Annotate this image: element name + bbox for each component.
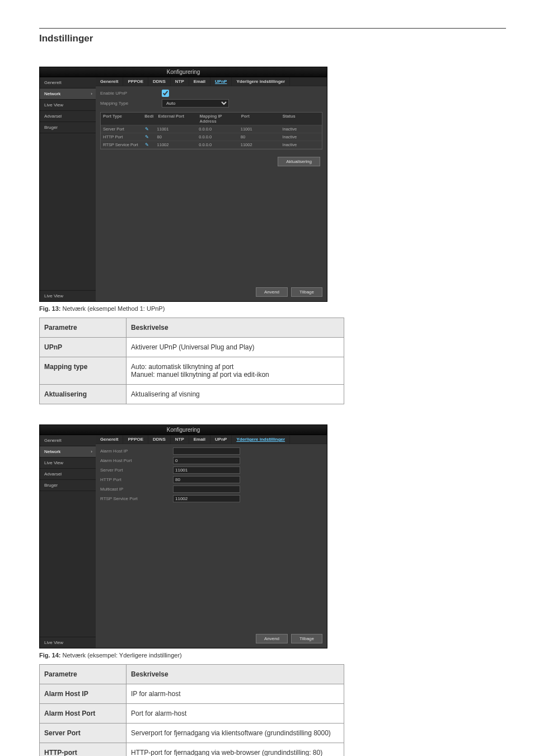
page-title: Indstillinger <box>39 33 506 44</box>
table-row: Server Port ✎ 11001 0.0.0.0 11001 Inacti… <box>101 125 322 133</box>
refresh-button[interactable]: Aktualisering <box>278 157 320 166</box>
sidebar-item-liveview[interactable]: Live View <box>40 100 96 111</box>
table-row: RTSP Service Port ✎ 11002 0.0.0.0 11002 … <box>101 141 322 149</box>
tab-bar: Generelt PPPOE DDNS NTP Email UPnP Yderl… <box>96 77 327 86</box>
server-port-label: Server Port <box>100 468 173 473</box>
alarm-host-port-input[interactable] <box>173 457 240 464</box>
th-status: Status <box>280 113 322 125</box>
apply-button[interactable]: Anvend <box>256 634 288 643</box>
edit-icon[interactable]: ✎ <box>143 125 155 133</box>
rtsp-port-label: RTSP Service Port <box>100 496 173 501</box>
tab-generelt[interactable]: Generelt <box>96 435 123 444</box>
sidebar: Generelt Network Live View Advarsel Brug… <box>40 77 96 301</box>
tab-more[interactable]: Yderligere indstillinger <box>232 77 290 86</box>
port-table: Port Type Bedi External Port Mapping IP … <box>100 112 322 150</box>
http-port-label: HTTP Port <box>100 477 173 482</box>
table-row: HTTP Port ✎ 80 0.0.0.0 80 Inactive <box>101 133 322 141</box>
tab-generelt[interactable]: Generelt <box>96 77 123 86</box>
rtsp-port-input[interactable] <box>173 495 240 502</box>
th-desc: Beskrivelse <box>127 665 344 684</box>
main-panel: Generelt PPPOE DDNS NTP Email UPnP Yderl… <box>96 77 327 301</box>
multicast-ip-label: Multicast IP <box>100 487 173 492</box>
edit-icon[interactable]: ✎ <box>143 141 155 148</box>
mapping-type-label: Mapping Type <box>100 101 162 106</box>
th-edit: Bedi <box>142 113 156 125</box>
th-param: Parametre <box>40 318 127 338</box>
th-port-type: Port Type <box>101 113 142 125</box>
edit-icon[interactable]: ✎ <box>143 133 155 141</box>
tab-email[interactable]: Email <box>189 435 210 444</box>
sidebar-item-network[interactable]: Network <box>40 446 96 458</box>
th-map-ip: Mapping IP Address <box>198 113 239 125</box>
alarm-host-ip-label: Alarm Host IP <box>100 449 173 454</box>
more-param-table: ParametreBeskrivelse Alarm Host IPIP for… <box>39 664 344 756</box>
more-screenshot: Konfigurering Generelt Network Live View… <box>39 424 327 648</box>
main-panel: Generelt PPPOE DDNS NTP Email UPnP Yderl… <box>96 435 327 648</box>
tab-bar: Generelt PPPOE DDNS NTP Email UPnP Yderl… <box>96 435 327 444</box>
sidebar: Generelt Network Live View Advarsel Brug… <box>40 435 96 648</box>
sidebar-item-advarsel[interactable]: Advarsel <box>40 111 96 122</box>
back-button[interactable]: Tilbage <box>291 287 322 297</box>
sidebar-item-liveview[interactable]: Live View <box>40 458 96 469</box>
multicast-ip-input[interactable] <box>173 486 240 493</box>
tab-ddns[interactable]: DDNS <box>148 77 171 86</box>
sidebar-item-bruger[interactable]: Bruger <box>40 480 96 491</box>
th-port: Port <box>239 113 280 125</box>
back-button[interactable]: Tilbage <box>291 634 322 643</box>
upnp-screenshot: Konfigurering Generelt Network Live View… <box>39 67 327 302</box>
tab-pppoe[interactable]: PPPOE <box>123 435 148 444</box>
alarm-host-ip-input[interactable] <box>173 447 240 455</box>
alarm-host-port-label: Alarm Host Port <box>100 458 173 463</box>
upnp-param-table: ParametreBeskrivelse UPnPAktiverer UPnP … <box>39 318 344 404</box>
tab-email[interactable]: Email <box>189 77 210 86</box>
sidebar-item-bruger[interactable]: Bruger <box>40 122 96 133</box>
th-ext-port: External Port <box>156 113 197 125</box>
sidebar-bottom-liveview[interactable]: Live View <box>40 290 96 301</box>
tab-upnp[interactable]: UPnP <box>210 435 232 444</box>
fig13-caption: Fig. 13: Netværk (eksempel Method 1: UPn… <box>39 305 506 312</box>
window-title: Konfigurering <box>40 425 327 435</box>
th-desc: Beskrivelse <box>127 318 344 338</box>
sidebar-item-generelt[interactable]: Generelt <box>40 435 96 446</box>
sidebar-item-generelt[interactable]: Generelt <box>40 77 96 88</box>
fig14-caption: Fig. 14: Netværk (eksempel: Yderligere i… <box>39 652 506 659</box>
tab-upnp[interactable]: UPnP <box>210 77 232 86</box>
tab-more[interactable]: Yderligere indstillinger <box>232 435 290 444</box>
http-port-input[interactable] <box>173 476 240 483</box>
sidebar-bottom-liveview[interactable]: Live View <box>40 637 96 648</box>
server-port-input[interactable] <box>173 466 240 474</box>
window-title: Konfigurering <box>40 67 327 77</box>
tab-ntp[interactable]: NTP <box>171 77 189 86</box>
tab-ntp[interactable]: NTP <box>171 435 189 444</box>
enable-upnp-label: Enable UPnP <box>100 91 162 96</box>
enable-upnp-checkbox[interactable] <box>162 90 169 97</box>
sidebar-item-network[interactable]: Network <box>40 88 96 100</box>
th-param: Parametre <box>40 665 127 684</box>
tab-ddns[interactable]: DDNS <box>148 435 171 444</box>
sidebar-item-advarsel[interactable]: Advarsel <box>40 469 96 480</box>
apply-button[interactable]: Anvend <box>256 287 288 297</box>
mapping-type-select[interactable]: Auto <box>162 99 229 108</box>
tab-pppoe[interactable]: PPPOE <box>123 77 148 86</box>
